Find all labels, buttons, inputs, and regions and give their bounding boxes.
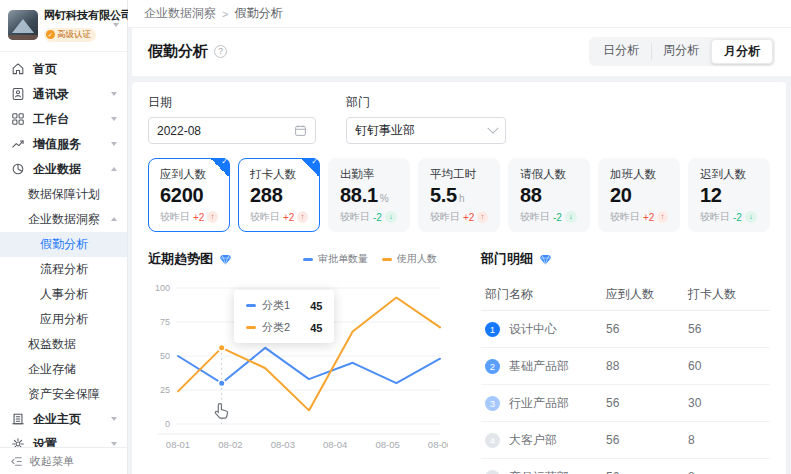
department-filter-label: 部门 xyxy=(346,94,506,111)
breadcrumb-current: 假勤分析 xyxy=(234,5,282,22)
tab-month-analysis[interactable]: 月分析 xyxy=(711,39,773,64)
sidebar-item-enterprise-homepage[interactable]: 企业主页 xyxy=(0,407,127,432)
selected-check-icon xyxy=(300,158,320,178)
table-header-row: 部门名称 应到人数 打卡人数 xyxy=(481,278,770,311)
table-row[interactable]: 5产品运营部 56 8 xyxy=(481,459,770,474)
department-table: 部门名称 应到人数 打卡人数 1设计中心 56 56 2基础产品部 xyxy=(481,278,770,474)
sidebar-item-asset-security[interactable]: 资产安全保障 xyxy=(0,382,127,407)
stat-card-overtime-headcount[interactable]: 加班人数 20 较昨日+2 xyxy=(598,158,680,232)
collapse-sidebar-icon xyxy=(10,455,23,468)
mouse-cursor-pointer xyxy=(214,402,231,419)
delta-value: -2 xyxy=(733,212,742,223)
sidebar-item-settings[interactable]: 设置 xyxy=(0,432,127,448)
sidebar-item-hr-analysis[interactable]: 人事分析 xyxy=(0,282,127,307)
rank-badge: 5 xyxy=(485,470,500,474)
page-header: 假勤分析 日分析 周分析 月分析 xyxy=(132,28,791,76)
department-detail-title: 部门明细 xyxy=(481,250,533,268)
stat-card-average-hours[interactable]: 平均工时 5.5h 较昨日+2 xyxy=(418,158,500,232)
stat-card-leave-headcount[interactable]: 请假人数 88 较昨日-2 xyxy=(508,158,590,232)
org-info: 网钉科技有限公司 ✓ 高级认证 xyxy=(44,8,111,42)
table-row[interactable]: 3行业产品部 56 30 xyxy=(481,385,770,422)
arrow-down-icon xyxy=(385,211,397,223)
stat-value: 88 xyxy=(520,184,542,207)
breadcrumb-parent[interactable]: 企业数据洞察 xyxy=(144,5,216,22)
department-filter: 部门 钉钉事业部 xyxy=(346,94,506,144)
sidebar-item-data-protection-plan[interactable]: 数据保障计划 xyxy=(0,182,127,207)
legend-users[interactable]: 使用人数 xyxy=(382,252,437,266)
delta-value: +2 xyxy=(643,212,654,223)
arrow-down-icon xyxy=(745,211,757,223)
sidebar-item-process-analysis[interactable]: 流程分析 xyxy=(0,257,127,282)
svg-text:08-05: 08-05 xyxy=(375,439,399,450)
svg-text:100: 100 xyxy=(155,283,170,293)
chart-legend: 审批单数量 使用人数 xyxy=(303,252,437,266)
stat-value: 88.1 xyxy=(340,184,378,207)
building-icon xyxy=(10,412,25,427)
stat-value: 20 xyxy=(610,184,632,207)
sidebar-item-rights-data[interactable]: 权益数据 xyxy=(0,332,127,357)
chevron-up-icon xyxy=(111,217,117,221)
date-picker-input[interactable]: 2022-08 xyxy=(148,117,316,144)
stat-unit: % xyxy=(380,193,389,204)
collapse-menu-button[interactable]: 收起菜单 xyxy=(0,447,127,474)
sidebar-item-workbench[interactable]: 工作台 xyxy=(0,107,127,132)
delta-value: -2 xyxy=(373,212,382,223)
sidebar-nav: 首页 通讯录 工作台 增值服务 企业数据 xyxy=(0,52,127,448)
page-title: 假勤分析 xyxy=(148,42,208,61)
stat-card-clockin-headcount[interactable]: 打卡人数 288 较昨日+2 xyxy=(238,158,320,232)
sidebar: 网钉科技有限公司 ✓ 高级认证 首页 通讯录 工作台 xyxy=(0,0,128,474)
rank-badge: 2 xyxy=(485,359,500,374)
sidebar-item-contacts[interactable]: 通讯录 xyxy=(0,82,127,107)
sidebar-item-value-added-services[interactable]: 增值服务 xyxy=(0,132,127,157)
breadcrumb: 企业数据洞察 > 假勤分析 xyxy=(128,0,791,28)
arrow-up-icon xyxy=(207,211,218,223)
org-name: 网钉科技有限公司 xyxy=(44,8,111,23)
stat-value: 6200 xyxy=(160,184,203,207)
legend-marker-orange xyxy=(382,258,392,261)
sidebar-item-enterprise-data[interactable]: 企业数据 xyxy=(0,157,127,182)
stat-value: 288 xyxy=(250,184,282,207)
chevron-down-icon xyxy=(111,442,117,446)
sidebar-item-enterprise-data-insight[interactable]: 企业数据洞察 xyxy=(0,207,127,232)
collapse-menu-label: 收起菜单 xyxy=(30,454,74,469)
legend-approvals[interactable]: 审批单数量 xyxy=(303,252,368,266)
sidebar-item-attendance-analysis[interactable]: 假勤分析 xyxy=(0,232,127,257)
main-area: 企业数据洞察 > 假勤分析 假勤分析 日分析 周分析 月分析 日期 xyxy=(128,0,791,474)
department-select[interactable]: 钉钉事业部 xyxy=(346,117,506,144)
verified-check-icon: ✓ xyxy=(46,30,55,39)
sidebar-item-home[interactable]: 首页 xyxy=(0,57,127,82)
gear-icon xyxy=(10,437,25,448)
selected-check-icon xyxy=(210,158,230,178)
svg-text:08-01: 08-01 xyxy=(166,439,190,450)
table-row[interactable]: 2基础产品部 88 60 xyxy=(481,348,770,385)
legend-marker-blue xyxy=(303,258,313,261)
stat-card-late-headcount[interactable]: 迟到人数 12 较昨日-2 xyxy=(688,158,770,232)
table-row[interactable]: 1设计中心 56 56 xyxy=(481,311,770,348)
delta-value: -2 xyxy=(553,212,562,223)
org-logo xyxy=(8,10,38,40)
analysis-period-segmented: 日分析 周分析 月分析 xyxy=(589,37,775,66)
attendance-card: 日期 2022-08 部门 钉钉事业部 xyxy=(132,82,786,474)
svg-text:0: 0 xyxy=(165,419,170,429)
app-window: 网钉科技有限公司 ✓ 高级认证 首页 通讯录 工作台 xyxy=(0,0,791,474)
sidebar-item-app-analysis[interactable]: 应用分析 xyxy=(0,307,127,332)
sidebar-item-enterprise-storage[interactable]: 企业存储 xyxy=(0,357,127,382)
stat-card-expected-headcount[interactable]: 应到人数 6200 较昨日+2 xyxy=(148,158,230,232)
chart-tooltip: 分类145 分类245 xyxy=(234,290,334,343)
rank-badge: 1 xyxy=(485,322,500,337)
stat-card-attendance-rate[interactable]: 出勤率 88.1% 较昨日-2 xyxy=(328,158,410,232)
trend-line-chart[interactable]: 025507510008-0108-0208-0308-0408-0508-06… xyxy=(148,274,437,458)
stat-unit: h xyxy=(459,193,465,204)
org-badge-label: 高级认证 xyxy=(57,29,91,41)
tab-day-analysis[interactable]: 日分析 xyxy=(591,39,651,64)
trend-chart-title: 近期趋势图 xyxy=(148,250,213,268)
svg-text:08-02: 08-02 xyxy=(218,439,242,450)
svg-text:08-03: 08-03 xyxy=(271,439,295,450)
table-row[interactable]: 4大客户部 56 8 xyxy=(481,422,770,459)
org-switcher[interactable]: 网钉科技有限公司 ✓ 高级认证 xyxy=(0,0,127,52)
svg-text:50: 50 xyxy=(160,351,170,361)
rank-badge: 4 xyxy=(485,433,500,448)
chevron-up-icon xyxy=(111,167,117,171)
tab-week-analysis[interactable]: 周分析 xyxy=(651,39,711,64)
help-icon[interactable] xyxy=(214,45,227,58)
